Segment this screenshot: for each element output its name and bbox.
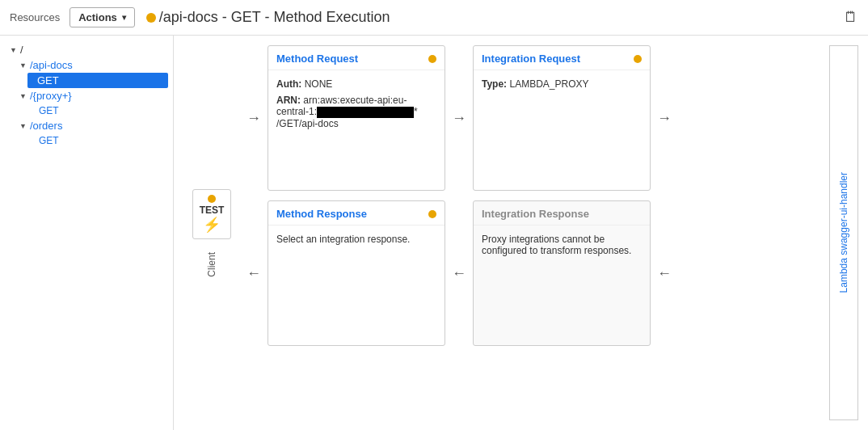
collapse-icon: ▼ <box>10 46 17 54</box>
auth-value: NONE <box>305 78 333 90</box>
sidebar-item-proxy[interactable]: ▼ /{proxy+} <box>10 88 173 103</box>
content-area: TEST ⚡ Client → Method Request <box>174 36 868 430</box>
arn-suffix: /GET/api-docs <box>276 118 339 129</box>
sidebar-item-label: GET <box>39 105 59 116</box>
caret-icon: ▾ <box>122 13 126 22</box>
integration-request-dot <box>634 55 642 63</box>
main-layout: ▼ / ▼ /api-docs GET ▼ /{proxy+} GET <box>0 36 868 430</box>
sidebar-item-get-api-docs[interactable]: GET <box>27 73 168 88</box>
page-title: /api-docs - GET - Method Execution <box>159 9 390 26</box>
integration-request-header: Integration Request <box>474 46 650 70</box>
integration-response-text: Proxy integrations cannot be configured … <box>482 234 631 256</box>
method-response-header: Method Response <box>268 201 445 226</box>
arrow-left-3: ← <box>651 265 678 282</box>
top-bar: Resources Actions ▾ /api-docs - GET - Me… <box>0 0 868 36</box>
collapse-icon: ▼ <box>19 92 27 100</box>
arrow-right-3: → <box>651 110 678 127</box>
test-label: TEST <box>200 204 225 216</box>
method-request-title[interactable]: Method Request <box>276 53 358 65</box>
integration-response-title[interactable]: Integration Response <box>482 208 589 220</box>
sidebar-item-api-docs[interactable]: ▼ /api-docs <box>10 57 173 73</box>
sidebar-item-label: GET <box>37 74 59 86</box>
arn-row: ARN: arn:aws:execute-api:eu-central-1:* … <box>276 95 436 129</box>
arrow-left-1: ← <box>240 265 268 282</box>
method-request-card: Method Request Auth: NONE ARN: arn:aws:e… <box>268 45 445 191</box>
client-label: Client <box>206 252 217 277</box>
integration-request-card: Integration Request Type: LAMBDA_PROXY <box>473 45 651 191</box>
top-flow-row: → Method Request Auth: NONE <box>240 45 823 191</box>
method-response-body: Select an integration response. <box>268 226 445 253</box>
method-request-body: Auth: NONE ARN: arn:aws:execute-api:eu-c… <box>268 70 445 142</box>
method-request-dot <box>428 55 436 63</box>
sidebar-item-label: /{proxy+} <box>30 90 72 102</box>
test-box[interactable]: TEST ⚡ <box>192 189 232 239</box>
type-row: Type: LAMBDA_PROXY <box>482 78 642 90</box>
execution-area: TEST ⚡ Client → Method Request <box>174 36 868 430</box>
status-dot <box>146 13 156 23</box>
actions-label: Actions <box>78 11 117 23</box>
method-response-title[interactable]: Method Response <box>276 208 367 220</box>
integration-request-title[interactable]: Integration Request <box>482 53 580 65</box>
integration-response-body: Proxy integrations cannot be configured … <box>474 226 650 264</box>
collapse-icon: ▼ <box>19 122 27 130</box>
auth-label: Auth: <box>276 78 301 90</box>
method-response-card: Method Response Select an integration re… <box>268 200 445 346</box>
lambda-column: Lambda swagger-ui-handler <box>829 45 858 420</box>
test-dot <box>208 195 216 203</box>
sidebar-item-label: /api-docs <box>30 59 73 71</box>
arn-label: ARN: <box>276 95 301 106</box>
sidebar-item-get-orders[interactable]: GET <box>23 133 173 148</box>
arrow-left-2: ← <box>445 265 473 282</box>
sidebar-item-orders[interactable]: ▼ /orders <box>10 118 173 133</box>
integration-request-body: Type: LAMBDA_PROXY <box>474 70 650 103</box>
bookmark-icon: 🗒 <box>844 9 858 26</box>
auth-row: Auth: NONE <box>276 78 436 90</box>
type-value: LAMBDA_PROXY <box>509 78 588 90</box>
sidebar-item-label: / <box>20 44 23 56</box>
arrow-right-1: → <box>240 110 268 127</box>
sidebar-item-label: GET <box>39 135 59 146</box>
integration-response-card: Integration Response Proxy integrations … <box>473 200 651 346</box>
type-label: Type: <box>482 78 507 90</box>
integration-response-header: Integration Response <box>474 201 650 226</box>
method-response-text: Select an integration response. <box>276 234 410 245</box>
arrow-right-2: → <box>445 110 473 127</box>
sidebar-item-root[interactable]: ▼ / <box>0 42 173 57</box>
sidebar: ▼ / ▼ /api-docs GET ▼ /{proxy+} GET <box>0 36 174 430</box>
method-request-header: Method Request <box>268 46 445 70</box>
sidebar-item-label: /orders <box>30 120 62 132</box>
client-column: TEST ⚡ Client <box>183 45 240 420</box>
bottom-flow-row: ← Method Response Select an integration … <box>240 200 823 346</box>
method-response-dot <box>428 210 436 218</box>
arn-redacted <box>317 107 414 118</box>
lambda-label: Lambda swagger-ui-handler <box>838 172 849 293</box>
flow-area: → Method Request Auth: NONE <box>240 45 823 420</box>
sidebar-item-get-proxy[interactable]: GET <box>23 103 173 118</box>
actions-button[interactable]: Actions ▾ <box>70 7 135 27</box>
resources-label: Resources <box>10 11 60 23</box>
bolt-icon: ⚡ <box>200 216 225 234</box>
collapse-icon: ▼ <box>19 61 27 70</box>
